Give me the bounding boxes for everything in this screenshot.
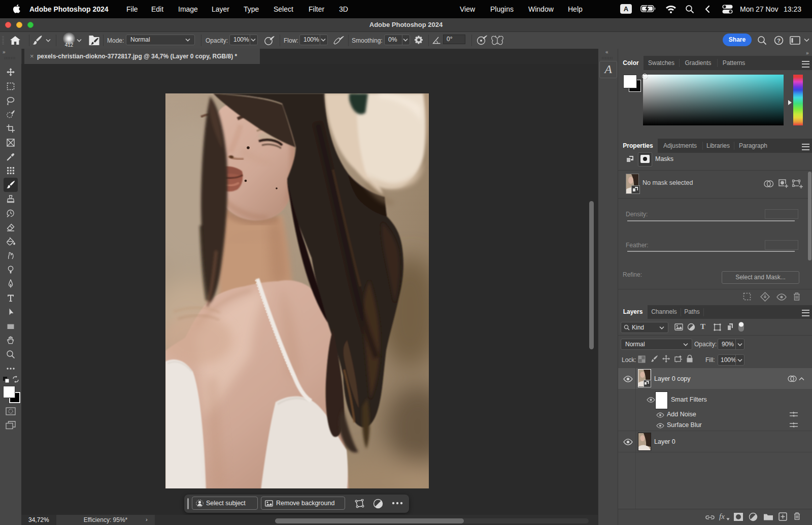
svg-text:?: ? — [777, 38, 781, 44]
